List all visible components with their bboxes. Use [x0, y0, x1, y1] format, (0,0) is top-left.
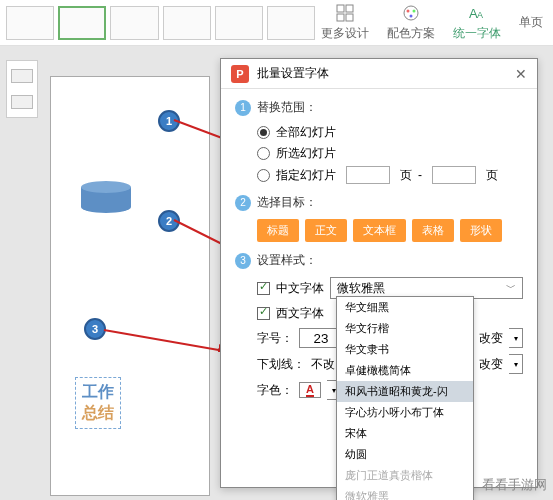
- font-icon: AA: [467, 3, 487, 23]
- nochange-label: 改变: [479, 330, 503, 347]
- field-label: 中文字体: [276, 280, 324, 297]
- field-label: 字号：: [257, 330, 293, 347]
- label: 统一字体: [453, 25, 501, 42]
- dd-item[interactable]: 卓健橄榄简体: [337, 360, 473, 381]
- field-label: 下划线：: [257, 356, 305, 373]
- annotation-badge-1: 1: [158, 110, 180, 132]
- tag-textbox[interactable]: 文本框: [353, 219, 406, 242]
- section-label: 选择目标：: [257, 194, 317, 211]
- radio-icon: [257, 147, 270, 160]
- watermark: 看看手游网: [482, 476, 547, 494]
- svg-text:A: A: [477, 10, 483, 20]
- dialog-titlebar: P 批量设置字体 ✕: [221, 59, 537, 89]
- target-tags: 标题 正文 文本框 表格 形状: [257, 219, 523, 242]
- cylinder-shape[interactable]: [81, 187, 131, 217]
- close-button[interactable]: ✕: [515, 66, 527, 82]
- thumb-selected[interactable]: [58, 6, 106, 40]
- slide-thumb[interactable]: [11, 69, 33, 83]
- radio-icon: [257, 169, 270, 182]
- single-page-button[interactable]: 单页: [519, 14, 543, 31]
- color-swatch[interactable]: A: [299, 382, 321, 398]
- page-to-input[interactable]: [432, 166, 476, 184]
- tag-table[interactable]: 表格: [412, 219, 454, 242]
- top-menu: 更多设计 配色方案 AA 统一字体 单页: [321, 3, 553, 42]
- font-dropdown: 华文细黑 华文行楷 华文隶书 卓健橄榄简体 和风书道昭和黄龙-闪 字心坊小呀小布…: [336, 296, 474, 500]
- thumb[interactable]: [215, 6, 263, 40]
- palette-icon: [401, 3, 421, 23]
- radio-label: 所选幻灯片: [276, 145, 336, 162]
- more-design-button[interactable]: 更多设计: [321, 3, 369, 42]
- step-number: 1: [235, 100, 251, 116]
- combo-value: 微软雅黑: [337, 280, 385, 297]
- dd-item[interactable]: 字心坊小呀小布丁体: [337, 402, 473, 423]
- radio-icon: [257, 126, 270, 139]
- chevron-down-icon[interactable]: ▾: [509, 354, 523, 374]
- underline-value: 不改: [311, 356, 335, 373]
- template-thumbnails: [0, 2, 321, 44]
- dd-item-highlighted[interactable]: 和风书道昭和黄龙-闪: [337, 381, 473, 402]
- annotation-badge-3: 3: [84, 318, 106, 340]
- slide-thumb[interactable]: [11, 95, 33, 109]
- radio-label: 全部幻灯片: [276, 124, 336, 141]
- svg-point-6: [413, 10, 416, 13]
- tag-shape[interactable]: 形状: [460, 219, 502, 242]
- page-sep: -: [418, 168, 422, 182]
- checkbox[interactable]: [257, 282, 270, 295]
- section-replace-scope: 1 替换范围： 全部幻灯片 所选幻灯片 指定幻灯片 页 - 页: [235, 99, 523, 184]
- svg-rect-0: [337, 5, 344, 12]
- svg-point-4: [404, 6, 418, 20]
- tag-body[interactable]: 正文: [305, 219, 347, 242]
- dialog-title: 批量设置字体: [257, 65, 329, 82]
- unify-font-button[interactable]: AA 统一字体: [453, 3, 501, 42]
- svg-rect-2: [337, 14, 344, 21]
- slide-panel: [6, 60, 38, 118]
- page-unit: 页: [400, 167, 412, 184]
- svg-rect-3: [346, 14, 353, 21]
- slide-canvas[interactable]: 工作 总结: [50, 76, 210, 496]
- nochange-label: 改变: [479, 356, 503, 373]
- thumb[interactable]: [267, 6, 315, 40]
- field-label: 字色：: [257, 382, 293, 399]
- page-unit: 页: [486, 167, 498, 184]
- design-icon: [335, 3, 355, 23]
- dd-item[interactable]: 华文细黑: [337, 297, 473, 318]
- svg-point-7: [410, 15, 413, 18]
- radio-range-slides[interactable]: 指定幻灯片 页 - 页: [257, 166, 523, 184]
- radio-label: 指定幻灯片: [276, 167, 336, 184]
- app-icon: P: [231, 65, 249, 83]
- tag-title[interactable]: 标题: [257, 219, 299, 242]
- text-line: 总结: [82, 403, 114, 424]
- chevron-down-icon[interactable]: ▾: [509, 328, 523, 348]
- section-label: 替换范围：: [257, 99, 317, 116]
- slide-textbox[interactable]: 工作 总结: [75, 377, 121, 429]
- label: 配色方案: [387, 25, 435, 42]
- annotation-badge-2: 2: [158, 210, 180, 232]
- chevron-down-icon: ﹀: [506, 281, 516, 295]
- dd-item[interactable]: 华文行楷: [337, 318, 473, 339]
- step-number: 3: [235, 253, 251, 269]
- section-label: 设置样式：: [257, 252, 317, 269]
- label: 更多设计: [321, 25, 369, 42]
- page-from-input[interactable]: [346, 166, 390, 184]
- dd-item[interactable]: 宋体: [337, 423, 473, 444]
- field-label: 西文字体: [276, 305, 324, 322]
- top-toolbar: 更多设计 配色方案 AA 统一字体 单页: [0, 0, 553, 46]
- text-line: 工作: [82, 382, 114, 403]
- svg-point-5: [407, 10, 410, 13]
- label: 单页: [519, 14, 543, 31]
- color-scheme-button[interactable]: 配色方案: [387, 3, 435, 42]
- radio-selected-slides[interactable]: 所选幻灯片: [257, 145, 523, 162]
- thumb[interactable]: [6, 6, 54, 40]
- step-number: 2: [235, 195, 251, 211]
- dd-item[interactable]: 微软雅黑: [337, 486, 473, 500]
- checkbox[interactable]: [257, 307, 270, 320]
- dd-item[interactable]: 庞门正道真贵楷体: [337, 465, 473, 486]
- thumb[interactable]: [110, 6, 158, 40]
- dd-item[interactable]: 幼圆: [337, 444, 473, 465]
- thumb[interactable]: [163, 6, 211, 40]
- radio-all-slides[interactable]: 全部幻灯片: [257, 124, 523, 141]
- dd-item[interactable]: 华文隶书: [337, 339, 473, 360]
- section-select-target: 2 选择目标： 标题 正文 文本框 表格 形状: [235, 194, 523, 242]
- svg-rect-1: [346, 5, 353, 12]
